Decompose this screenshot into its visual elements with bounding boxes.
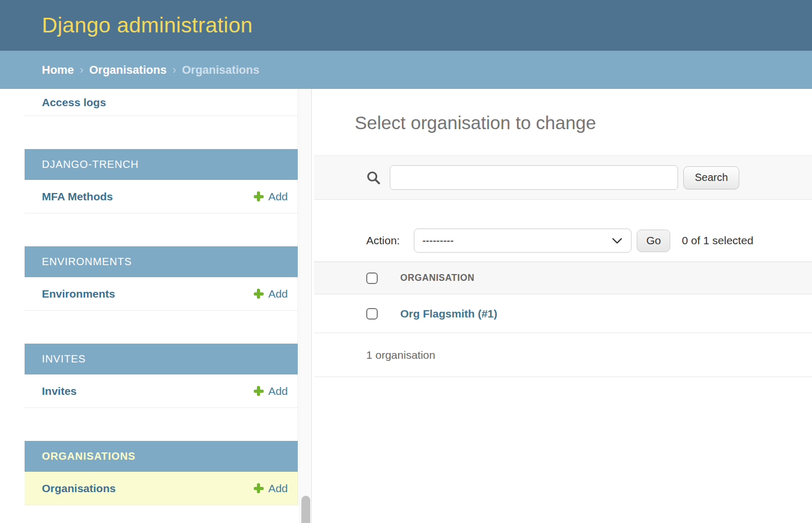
sidebar-item-mfa-methods: MFA Methods Add xyxy=(25,180,298,213)
add-icon xyxy=(254,289,264,299)
main-content: Select organisation to change Search Act… xyxy=(314,89,812,523)
sidebar-section-organisations: ORGANISATIONS xyxy=(25,441,298,472)
breadcrumb-separator: › xyxy=(80,63,83,77)
breadcrumb-organisations-app[interactable]: Organisations xyxy=(89,63,166,77)
site-title[interactable]: Django administration xyxy=(42,13,253,38)
add-icon xyxy=(254,483,264,493)
sidebar-scrollbar-thumb[interactable] xyxy=(301,496,310,523)
add-organisation-button[interactable]: Add xyxy=(254,482,288,495)
search-icon xyxy=(366,170,381,185)
invites-link[interactable]: Invites xyxy=(42,385,77,397)
access-logs-link[interactable]: Access logs xyxy=(42,96,106,109)
sidebar-scrollbar xyxy=(299,89,312,523)
sidebar: Access logs DJANGO-TRENCH MFA Methods Ad… xyxy=(0,89,314,523)
sidebar-item-organisations: Organisations Add xyxy=(25,472,298,505)
breadcrumb-current: Organisations xyxy=(182,63,260,77)
add-environment-button[interactable]: Add xyxy=(254,288,288,300)
breadcrumb: Home › Organisations › Organisations xyxy=(0,51,812,89)
organisations-link[interactable]: Organisations xyxy=(42,482,116,495)
breadcrumb-separator: › xyxy=(172,63,176,77)
sidebar-section-django-trench: DJANGO-TRENCH xyxy=(25,149,298,180)
action-select[interactable]: --------- xyxy=(414,229,631,253)
selection-status: 0 of 1 selected xyxy=(682,234,753,247)
result-count-row: 1 organisation xyxy=(314,333,812,377)
sidebar-section-environments: ENVIRONMENTS xyxy=(25,246,298,277)
page-title: Select organisation to change xyxy=(355,112,812,134)
chevron-down-icon xyxy=(612,237,623,244)
add-label: Add xyxy=(268,190,288,203)
sidebar-item-access-logs[interactable]: Access logs xyxy=(25,89,298,116)
add-label: Add xyxy=(268,288,288,300)
table-header: ORGANISATION xyxy=(314,262,812,294)
sidebar-section-invites: INVITES xyxy=(25,344,298,374)
action-select-value: --------- xyxy=(422,235,454,247)
add-label: Add xyxy=(268,385,288,397)
add-icon xyxy=(254,191,264,201)
row-checkbox[interactable] xyxy=(366,308,378,320)
action-bar: Action: --------- Go 0 of 1 selected xyxy=(314,229,812,253)
select-all-checkbox[interactable] xyxy=(366,272,378,284)
table-row: Org Flagsmith (#1) xyxy=(314,294,812,333)
app-header: Django administration xyxy=(0,0,812,51)
action-label: Action: xyxy=(366,234,400,247)
environments-link[interactable]: Environments xyxy=(42,288,115,300)
add-mfa-method-button[interactable]: Add xyxy=(254,190,288,203)
add-invite-button[interactable]: Add xyxy=(254,385,288,397)
mfa-methods-link[interactable]: MFA Methods xyxy=(42,190,113,203)
add-label: Add xyxy=(268,482,288,495)
sidebar-item-environments: Environments Add xyxy=(25,277,298,311)
breadcrumb-home[interactable]: Home xyxy=(42,63,74,77)
search-bar: Search xyxy=(314,155,812,200)
sidebar-item-invites: Invites Add xyxy=(25,374,298,408)
search-input[interactable] xyxy=(390,165,678,190)
column-header-organisation[interactable]: ORGANISATION xyxy=(400,272,475,283)
add-icon xyxy=(254,386,264,396)
organisation-link[interactable]: Org Flagsmith (#1) xyxy=(400,308,498,320)
search-button[interactable]: Search xyxy=(683,166,739,189)
go-button[interactable]: Go xyxy=(637,230,670,252)
result-count: 1 organisation xyxy=(366,349,435,361)
